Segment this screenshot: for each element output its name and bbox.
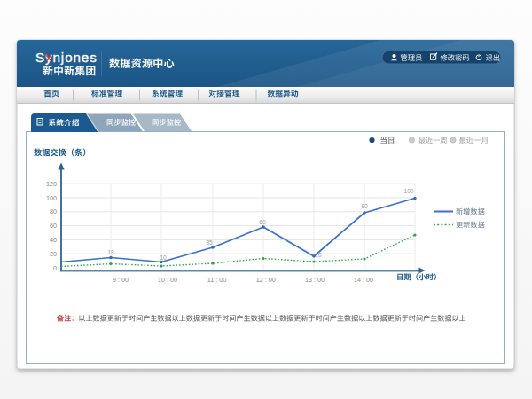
svg-text:9 : 00: 9 : 00 [113, 276, 129, 284]
svg-text:10 : 00: 10 : 00 [158, 276, 177, 284]
svg-text:80: 80 [50, 207, 57, 215]
svg-text:35: 35 [206, 239, 213, 246]
svg-text:0: 0 [53, 264, 57, 272]
svg-text:80: 80 [361, 203, 368, 209]
svg-text:14 : 00: 14 : 00 [354, 276, 373, 284]
svg-text:Synjones: Synjones [35, 50, 98, 65]
svg-text:60: 60 [259, 219, 266, 225]
svg-text:20: 20 [50, 250, 57, 258]
svg-text:100: 100 [46, 194, 57, 202]
svg-text:100: 100 [404, 188, 414, 194]
svg-text:40: 40 [50, 236, 57, 244]
svg-text:13 : 00: 13 : 00 [305, 276, 325, 284]
svg-text:120: 120 [46, 180, 57, 188]
svg-text:12 : 00: 12 : 00 [256, 276, 276, 284]
svg-text:10: 10 [160, 254, 167, 261]
svg-text:18: 18 [107, 249, 114, 255]
svg-text:11 : 00: 11 : 00 [207, 276, 226, 284]
svg-text:10: 10 [315, 252, 322, 258]
svg-text:60: 60 [50, 222, 57, 230]
